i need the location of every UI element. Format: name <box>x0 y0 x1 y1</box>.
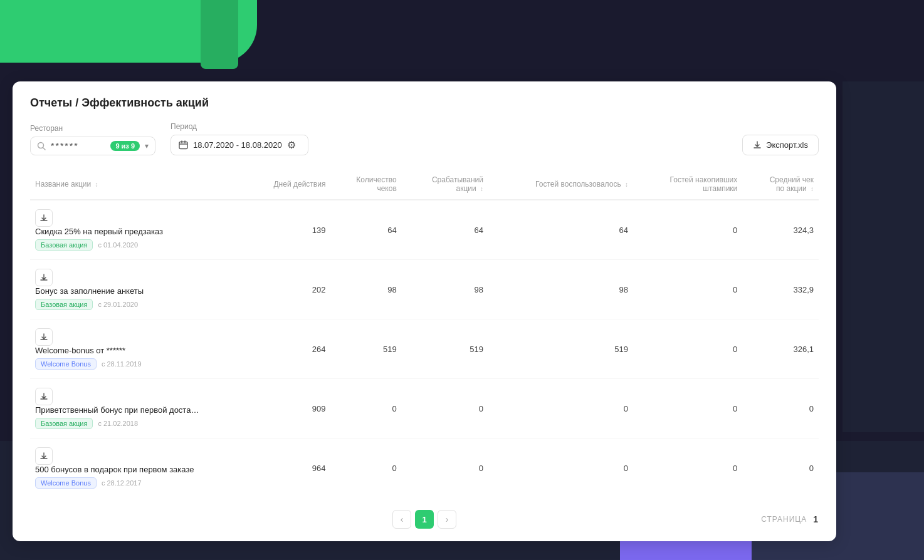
table-row: 500 бонусов в подарок при первом заказе … <box>30 438 819 498</box>
col-stamps: Гостей накопившихштампики <box>633 169 742 200</box>
action-date-2: с 28.11.2019 <box>102 360 142 368</box>
filters-row: Ресторан ****** 9 из 9 ▾ Период <box>30 122 819 155</box>
download-row-icon <box>40 274 48 281</box>
search-icon <box>37 142 46 150</box>
sort-icon-guests: ↕ <box>625 181 628 188</box>
action-name-2: Welcome-bonus от ****** <box>35 346 238 355</box>
period-value: 18.07.2020 - 18.08.2020 <box>193 140 282 150</box>
green-tab-decoration <box>201 0 238 69</box>
cell-guests-2: 519 <box>488 319 633 379</box>
calendar-icon <box>179 140 188 150</box>
download-row-icon <box>40 452 48 460</box>
action-date-3: с 21.02.2018 <box>98 420 138 427</box>
action-meta-0: Базовая акция с 01.04.2020 <box>35 239 238 251</box>
table-row: Скидка 25% на первый предзаказ Базовая а… <box>30 200 819 260</box>
cell-name-3: Приветственный бонус при первой доста… Б… <box>30 379 243 438</box>
col-guests: Гостей воспользовалось ↕ <box>488 169 633 200</box>
cell-activations-3: 0 <box>402 379 488 438</box>
current-page-number[interactable]: 1 <box>415 510 434 529</box>
export-label: Экспорт.xls <box>766 140 808 150</box>
action-tag-1: Базовая акция <box>35 299 93 310</box>
action-date-4: с 28.12.2017 <box>102 479 142 487</box>
cell-avg-check-2: 326,1 <box>742 319 819 379</box>
cell-activations-0: 64 <box>402 200 488 260</box>
cell-days-0: 139 <box>243 200 330 260</box>
sort-icon-avg: ↕ <box>811 185 814 192</box>
restaurant-value: ****** <box>51 141 105 151</box>
cell-guests-4: 0 <box>488 438 633 498</box>
prev-page-button[interactable]: ‹ <box>392 510 411 529</box>
action-meta-2: Welcome Bonus с 28.11.2019 <box>35 358 238 370</box>
action-name-4: 500 бонусов в подарок при первом заказе <box>35 465 238 474</box>
next-page-button[interactable]: › <box>438 510 456 529</box>
page-info: СТРАНИЦА 1 <box>761 514 819 524</box>
cell-name-1: Бонус за заполнение анкеты Базовая акция… <box>30 260 243 319</box>
settings-icon: ⚙ <box>287 139 296 151</box>
action-date-0: с 01.04.2020 <box>98 241 138 249</box>
cell-activations-4: 0 <box>402 438 488 498</box>
action-info-1: Бонус за заполнение анкеты Базовая акция… <box>35 286 238 310</box>
restaurant-filter-group: Ресторан ****** 9 из 9 ▾ <box>30 124 155 155</box>
action-meta-1: Базовая акция с 29.01.2020 <box>35 299 238 310</box>
page-title: Отчеты / Эффективность акций <box>30 96 819 110</box>
cell-days-3: 909 <box>243 379 330 438</box>
cell-avg-check-3: 0 <box>742 379 819 438</box>
actions-table: Название акции ↕ Дней действия Количеств… <box>30 169 819 497</box>
action-name-1: Бонус за заполнение анкеты <box>35 286 238 296</box>
page-info-num: 1 <box>813 514 819 524</box>
cell-stamps-2: 0 <box>633 319 742 379</box>
cell-guests-3: 0 <box>488 379 633 438</box>
cell-days-2: 264 <box>243 319 330 379</box>
cell-checks-2: 519 <box>330 319 401 379</box>
download-row-icon <box>40 214 48 222</box>
action-date-1: с 29.01.2020 <box>98 301 138 308</box>
restaurant-label: Ресторан <box>30 124 155 133</box>
cell-avg-check-0: 324,3 <box>742 200 819 260</box>
action-meta-4: Welcome Bonus с 28.12.2017 <box>35 477 238 489</box>
action-tag-4: Welcome Bonus <box>35 477 97 489</box>
cell-checks-3: 0 <box>330 379 401 438</box>
cell-name-4: 500 бонусов в подарок при первом заказе … <box>30 438 243 498</box>
cell-activations-2: 519 <box>402 319 488 379</box>
restaurant-input-wrapper[interactable]: ****** 9 из 9 ▾ <box>30 137 155 155</box>
sort-icon-activations: ↕ <box>480 185 483 192</box>
action-info-4: 500 бонусов в подарок при первом заказе … <box>35 465 238 489</box>
download-row-button-4[interactable] <box>35 447 53 465</box>
sort-icon-name: ↕ <box>95 181 98 188</box>
col-name: Название акции ↕ <box>30 169 243 200</box>
download-row-button-0[interactable] <box>35 209 53 227</box>
download-row-button-1[interactable] <box>35 269 53 286</box>
cell-stamps-3: 0 <box>633 379 742 438</box>
period-filter-group: Период 18.07.2020 - 18.08.2020 ⚙ <box>171 122 308 155</box>
action-meta-3: Базовая акция с 21.02.2018 <box>35 418 238 429</box>
cell-days-4: 964 <box>243 438 330 498</box>
svg-line-1 <box>43 148 46 150</box>
cell-avg-check-4: 0 <box>742 438 819 498</box>
cell-days-1: 202 <box>243 260 330 319</box>
right-sidebar <box>843 81 924 432</box>
table-wrapper: Название акции ↕ Дней действия Количеств… <box>30 169 819 497</box>
cell-activations-1: 98 <box>402 260 488 319</box>
action-tag-3: Базовая акция <box>35 418 93 429</box>
cell-name-0: Скидка 25% на первый предзаказ Базовая а… <box>30 200 243 260</box>
action-info-2: Welcome-bonus от ****** Welcome Bonus с … <box>35 346 238 370</box>
col-checks: Количествочеков <box>330 169 401 200</box>
col-activations: Срабатыванийакции ↕ <box>402 169 488 200</box>
cell-stamps-4: 0 <box>633 438 742 498</box>
action-tag-2: Welcome Bonus <box>35 358 97 370</box>
period-label: Период <box>171 122 308 131</box>
cell-checks-4: 0 <box>330 438 401 498</box>
cell-avg-check-1: 332,9 <box>742 260 819 319</box>
table-row: Welcome-bonus от ****** Welcome Bonus с … <box>30 319 819 379</box>
table-row: Бонус за заполнение анкеты Базовая акция… <box>30 260 819 319</box>
cell-checks-1: 98 <box>330 260 401 319</box>
table-row: Приветственный бонус при первой доста… Б… <box>30 379 819 438</box>
download-row-button-3[interactable] <box>35 388 53 405</box>
download-row-button-2[interactable] <box>35 328 53 346</box>
download-row-icon <box>40 393 48 400</box>
period-input-wrapper[interactable]: 18.07.2020 - 18.08.2020 ⚙ <box>171 135 308 155</box>
chevron-down-icon: ▾ <box>145 142 149 150</box>
action-info-0: Скидка 25% на первый предзаказ Базовая а… <box>35 227 238 251</box>
cell-checks-0: 64 <box>330 200 401 260</box>
export-button[interactable]: Экспорт.xls <box>742 135 819 155</box>
